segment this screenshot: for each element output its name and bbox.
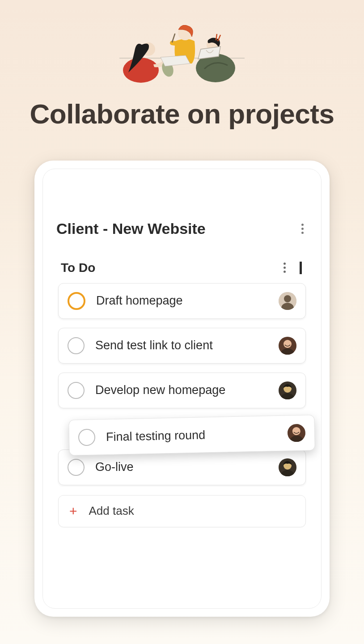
app-screen: Client - New Website To Do Draft homep bbox=[42, 169, 322, 609]
task-card[interactable]: Draft homepage bbox=[58, 283, 306, 319]
assignee-avatar[interactable] bbox=[279, 337, 296, 355]
task-checkbox[interactable] bbox=[68, 337, 85, 354]
section-header: To Do bbox=[43, 237, 321, 283]
task-card-dragging[interactable]: Final testing round bbox=[68, 415, 315, 456]
task-title: Final testing round bbox=[106, 426, 288, 444]
task-list: Draft homepage Send test link to client … bbox=[43, 283, 321, 485]
task-checkbox[interactable] bbox=[68, 292, 85, 310]
task-title: Draft homepage bbox=[96, 294, 279, 308]
task-checkbox[interactable] bbox=[68, 459, 85, 476]
task-card[interactable]: Send test link to client bbox=[58, 328, 306, 364]
svg-point-1 bbox=[123, 58, 159, 83]
plus-icon: + bbox=[69, 504, 77, 518]
next-column-hint bbox=[300, 262, 303, 274]
assignee-avatar[interactable] bbox=[279, 381, 296, 399]
svg-point-15 bbox=[284, 340, 292, 348]
project-header: Client - New Website bbox=[43, 182, 321, 237]
assignee-avatar[interactable] bbox=[279, 292, 296, 310]
section-title: To Do bbox=[61, 261, 95, 275]
task-checkbox[interactable] bbox=[68, 382, 85, 399]
svg-line-6 bbox=[172, 34, 175, 42]
assignee-avatar[interactable] bbox=[288, 424, 306, 442]
svg-point-12 bbox=[284, 295, 291, 302]
svg-line-5 bbox=[172, 43, 191, 46]
project-title: Client - New Website bbox=[56, 220, 206, 237]
page-heading: Collaborate on projects bbox=[30, 99, 334, 129]
task-checkbox[interactable] bbox=[78, 428, 96, 446]
task-card[interactable]: Develop new homepage bbox=[58, 373, 306, 408]
project-more-icon[interactable] bbox=[297, 223, 308, 234]
task-title: Go-live bbox=[95, 460, 279, 474]
phone-frame: Client - New Website To Do Draft homep bbox=[34, 161, 330, 617]
collaboration-illustration bbox=[115, 14, 249, 86]
task-title: Send test link to client bbox=[95, 339, 279, 352]
add-task-button[interactable]: + Add task bbox=[58, 495, 306, 527]
assignee-avatar[interactable] bbox=[279, 458, 296, 476]
add-task-label: Add task bbox=[89, 504, 134, 518]
task-title: Develop new homepage bbox=[95, 383, 279, 397]
section-more-icon[interactable] bbox=[279, 263, 290, 273]
